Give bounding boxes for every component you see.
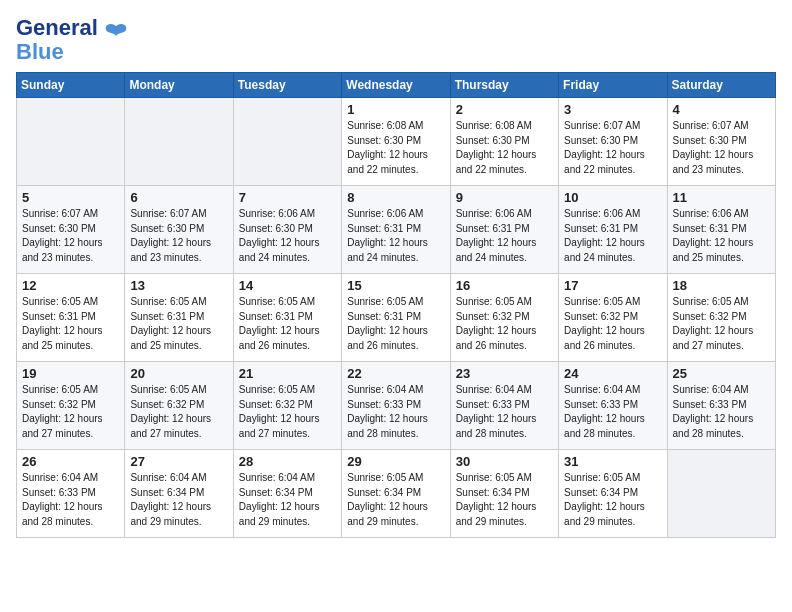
daylight-hours: Daylight: 12 hours (673, 237, 754, 248)
sun-info: and 26 minutes. (456, 340, 527, 351)
day-info: Sunrise: 6:05 AMSunset: 6:31 PMDaylight:… (22, 295, 120, 353)
calendar-cell: 14Sunrise: 6:05 AMSunset: 6:31 PMDayligh… (233, 274, 341, 362)
calendar-cell: 20Sunrise: 6:05 AMSunset: 6:32 PMDayligh… (125, 362, 233, 450)
calendar-cell (17, 98, 125, 186)
sun-info: Sunset: 6:33 PM (347, 399, 421, 410)
day-number: 15 (347, 278, 445, 293)
calendar-cell: 29Sunrise: 6:05 AMSunset: 6:34 PMDayligh… (342, 450, 450, 538)
day-number: 25 (673, 366, 771, 381)
sun-info: and 27 minutes. (22, 428, 93, 439)
day-number: 24 (564, 366, 662, 381)
day-number: 23 (456, 366, 554, 381)
day-info: Sunrise: 6:08 AMSunset: 6:30 PMDaylight:… (347, 119, 445, 177)
day-info: Sunrise: 6:05 AMSunset: 6:32 PMDaylight:… (130, 383, 228, 441)
calendar-cell: 23Sunrise: 6:04 AMSunset: 6:33 PMDayligh… (450, 362, 558, 450)
col-header-wednesday: Wednesday (342, 73, 450, 98)
day-number: 17 (564, 278, 662, 293)
day-info: Sunrise: 6:04 AMSunset: 6:33 PMDaylight:… (22, 471, 120, 529)
calendar-body: 1Sunrise: 6:08 AMSunset: 6:30 PMDaylight… (17, 98, 776, 538)
day-info: Sunrise: 6:04 AMSunset: 6:34 PMDaylight:… (130, 471, 228, 529)
logo: General Blue (16, 16, 130, 64)
calendar-week-1: 1Sunrise: 6:08 AMSunset: 6:30 PMDaylight… (17, 98, 776, 186)
sun-info: Sunset: 6:32 PM (130, 399, 204, 410)
calendar-cell: 9Sunrise: 6:06 AMSunset: 6:31 PMDaylight… (450, 186, 558, 274)
daylight-hours: Daylight: 12 hours (673, 413, 754, 424)
sun-info: Sunset: 6:32 PM (22, 399, 96, 410)
sun-info: Sunset: 6:31 PM (347, 311, 421, 322)
day-number: 9 (456, 190, 554, 205)
day-number: 13 (130, 278, 228, 293)
calendar-week-4: 19Sunrise: 6:05 AMSunset: 6:32 PMDayligh… (17, 362, 776, 450)
daylight-hours: Daylight: 12 hours (456, 325, 537, 336)
daylight-hours: Daylight: 12 hours (239, 413, 320, 424)
day-number: 21 (239, 366, 337, 381)
day-info: Sunrise: 6:05 AMSunset: 6:31 PMDaylight:… (130, 295, 228, 353)
sun-info: Sunrise: 6:04 AM (347, 384, 423, 395)
day-info: Sunrise: 6:08 AMSunset: 6:30 PMDaylight:… (456, 119, 554, 177)
calendar-cell: 13Sunrise: 6:05 AMSunset: 6:31 PMDayligh… (125, 274, 233, 362)
calendar-week-5: 26Sunrise: 6:04 AMSunset: 6:33 PMDayligh… (17, 450, 776, 538)
day-info: Sunrise: 6:05 AMSunset: 6:31 PMDaylight:… (239, 295, 337, 353)
sun-info: and 29 minutes. (239, 516, 310, 527)
day-info: Sunrise: 6:04 AMSunset: 6:33 PMDaylight:… (564, 383, 662, 441)
sun-info: Sunrise: 6:06 AM (456, 208, 532, 219)
daylight-hours: Daylight: 12 hours (22, 325, 103, 336)
day-info: Sunrise: 6:06 AMSunset: 6:30 PMDaylight:… (239, 207, 337, 265)
calendar-cell: 8Sunrise: 6:06 AMSunset: 6:31 PMDaylight… (342, 186, 450, 274)
day-info: Sunrise: 6:04 AMSunset: 6:33 PMDaylight:… (673, 383, 771, 441)
col-header-sunday: Sunday (17, 73, 125, 98)
sun-info: Sunset: 6:33 PM (564, 399, 638, 410)
daylight-hours: Daylight: 12 hours (22, 501, 103, 512)
daylight-hours: Daylight: 12 hours (564, 325, 645, 336)
daylight-hours: Daylight: 12 hours (456, 237, 537, 248)
sun-info: Sunrise: 6:07 AM (564, 120, 640, 131)
sun-info: and 22 minutes. (564, 164, 635, 175)
calendar-cell: 11Sunrise: 6:06 AMSunset: 6:31 PMDayligh… (667, 186, 775, 274)
sun-info: Sunrise: 6:06 AM (564, 208, 640, 219)
day-number: 14 (239, 278, 337, 293)
calendar-week-2: 5Sunrise: 6:07 AMSunset: 6:30 PMDaylight… (17, 186, 776, 274)
calendar-cell: 22Sunrise: 6:04 AMSunset: 6:33 PMDayligh… (342, 362, 450, 450)
daylight-hours: Daylight: 12 hours (564, 413, 645, 424)
day-info: Sunrise: 6:06 AMSunset: 6:31 PMDaylight:… (673, 207, 771, 265)
sun-info: Sunset: 6:34 PM (239, 487, 313, 498)
sun-info: and 26 minutes. (347, 340, 418, 351)
day-number: 28 (239, 454, 337, 469)
day-number: 31 (564, 454, 662, 469)
day-number: 10 (564, 190, 662, 205)
sun-info: Sunset: 6:33 PM (673, 399, 747, 410)
sun-info: Sunrise: 6:05 AM (673, 296, 749, 307)
sun-info: and 27 minutes. (673, 340, 744, 351)
sun-info: Sunset: 6:32 PM (456, 311, 530, 322)
calendar-cell (125, 98, 233, 186)
calendar-cell: 25Sunrise: 6:04 AMSunset: 6:33 PMDayligh… (667, 362, 775, 450)
sun-info: Sunrise: 6:08 AM (347, 120, 423, 131)
calendar-cell: 3Sunrise: 6:07 AMSunset: 6:30 PMDaylight… (559, 98, 667, 186)
sun-info: Sunrise: 6:04 AM (22, 472, 98, 483)
sun-info: and 24 minutes. (239, 252, 310, 263)
day-info: Sunrise: 6:05 AMSunset: 6:31 PMDaylight:… (347, 295, 445, 353)
day-info: Sunrise: 6:07 AMSunset: 6:30 PMDaylight:… (564, 119, 662, 177)
day-number: 18 (673, 278, 771, 293)
sun-info: and 27 minutes. (239, 428, 310, 439)
sun-info: Sunset: 6:34 PM (347, 487, 421, 498)
col-header-friday: Friday (559, 73, 667, 98)
logo-blue: Blue (16, 40, 98, 64)
calendar-cell: 2Sunrise: 6:08 AMSunset: 6:30 PMDaylight… (450, 98, 558, 186)
day-info: Sunrise: 6:05 AMSunset: 6:32 PMDaylight:… (239, 383, 337, 441)
day-info: Sunrise: 6:07 AMSunset: 6:30 PMDaylight:… (130, 207, 228, 265)
sun-info: and 29 minutes. (130, 516, 201, 527)
sun-info: and 28 minutes. (456, 428, 527, 439)
calendar-cell: 31Sunrise: 6:05 AMSunset: 6:34 PMDayligh… (559, 450, 667, 538)
daylight-hours: Daylight: 12 hours (130, 413, 211, 424)
sun-info: Sunset: 6:32 PM (239, 399, 313, 410)
day-number: 19 (22, 366, 120, 381)
day-info: Sunrise: 6:04 AMSunset: 6:34 PMDaylight:… (239, 471, 337, 529)
day-number: 29 (347, 454, 445, 469)
calendar-cell (667, 450, 775, 538)
calendar-cell: 1Sunrise: 6:08 AMSunset: 6:30 PMDaylight… (342, 98, 450, 186)
col-header-thursday: Thursday (450, 73, 558, 98)
daylight-hours: Daylight: 12 hours (456, 149, 537, 160)
sun-info: Sunrise: 6:05 AM (347, 472, 423, 483)
daylight-hours: Daylight: 12 hours (564, 501, 645, 512)
